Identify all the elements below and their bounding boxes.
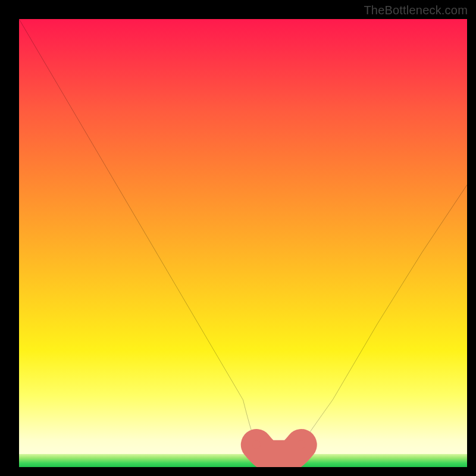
curve-path [19,19,467,458]
bottleneck-curve [19,19,467,467]
chart-frame: TheBottleneck.com [0,0,476,476]
plot-area [19,19,467,467]
watermark-text: TheBottleneck.com [364,4,468,17]
flat-region-dot-left [252,441,261,449]
flat-region-dot-right [298,441,306,449]
flat-region-path [256,444,301,456]
